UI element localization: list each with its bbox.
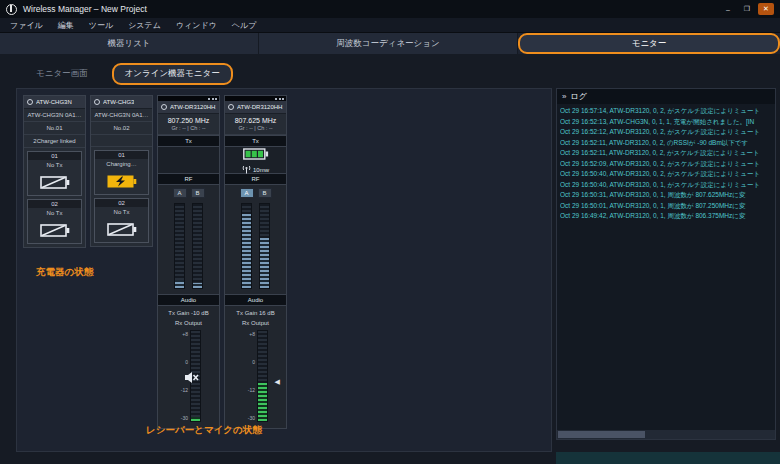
slot-status: No Tx (28, 208, 81, 217)
log-entry: Oct 29 16:57:14, ATW-DR3120, 0, 2, がスケルチ… (560, 106, 772, 117)
tx-battery-icon (243, 146, 269, 164)
tx-gain-label: Tx Gain -10 dB (158, 306, 219, 318)
rx-output-label: Rx Output (158, 318, 219, 330)
device-panel-receiver-2: ATW-DR3120HH1 807.625 MHz Gr : -- | Ch :… (224, 95, 287, 429)
charger-linked-status: 2Charger linked (24, 135, 85, 148)
chevron-icon: » (562, 92, 566, 101)
bottom-strip (556, 452, 780, 464)
device-panel-charger-2: ATW-CHG3 ATW-CHG3N 0A1… No.02 01 Chargin… (90, 95, 153, 247)
device-status-icon (161, 104, 167, 110)
menu-item-edit[interactable]: 編集 (58, 20, 74, 31)
log-entry: Oct 29 16:50:40, ATW-DR3120, 0, 2, がスケルチ… (560, 169, 772, 180)
slot-status: No Tx (95, 207, 148, 216)
menu-item-system[interactable]: システム (128, 20, 161, 31)
device-number: No.02 (91, 122, 152, 135)
antenna-a-button[interactable]: A (240, 188, 254, 198)
tx-section-body (158, 147, 219, 173)
rf-meter-b (259, 203, 270, 289)
charger-slot-1: 01 No Tx (27, 151, 82, 196)
log-entry: Oct 29 16:49:42, ATW-DR3120, 0, 1, 周波数が … (560, 211, 772, 222)
device-status-icon (27, 99, 33, 105)
device-panel-receiver-1: ATW-DR3120HH1 807.250 MHz Gr : -- | Ch :… (157, 95, 220, 429)
battery-empty-icon (28, 217, 81, 243)
minimize-button[interactable]: – (720, 3, 736, 15)
slot-label: 01 (28, 152, 81, 160)
annotation-charger-status: 充電器の状態 (36, 266, 93, 279)
group-channel-display: Gr : -- | Ch : -- (158, 125, 219, 135)
main-tab-bar: 機器リスト 周波数コーディネーション モニター (0, 33, 780, 54)
device-id: ATW-CHG3N 0A1… (91, 109, 152, 122)
rf-section-header: RF (225, 173, 286, 185)
subtab-online-device-monitor[interactable]: オンライン機器モニター (112, 63, 233, 85)
rx-output-label: Rx Output (225, 318, 286, 330)
menu-item-window[interactable]: ウィンドウ (176, 20, 217, 31)
rf-meters (225, 201, 286, 294)
log-entry: Oct 29 16:50:31, ATW-DR3120, 0, 1, 周波数が … (560, 190, 772, 201)
receiver-2-header[interactable]: ATW-DR3120HH1 (225, 101, 286, 114)
maximize-button[interactable]: ❐ (739, 3, 755, 15)
sub-tab-bar: モニター画面 オンライン機器モニター (28, 63, 233, 85)
window-title: Wireless Manager – New Project (23, 4, 147, 14)
monitor-workspace: ATW-CHG3N ATW-CHG3N 0A1… No.01 2Charger … (16, 88, 552, 452)
meter-scale: +8 0 -12 -30 (243, 330, 255, 422)
antenna-b-button[interactable]: B (258, 188, 272, 198)
rf-meter-a (174, 203, 185, 289)
audio-section-body: Tx Gain -10 dB Rx Output +8 0 -12 -30 (158, 306, 219, 428)
slot-label: 01 (95, 151, 148, 159)
device-status-icon (94, 99, 100, 105)
level-marker-icon[interactable]: ◀ (275, 378, 280, 385)
charger-2-header[interactable]: ATW-CHG3 (91, 96, 152, 109)
log-body: Oct 29 16:57:14, ATW-DR3120, 0, 2, がスケルチ… (557, 104, 775, 430)
audio-meter (257, 330, 268, 422)
antenna-buttons: A B (158, 185, 219, 201)
menu-item-tools[interactable]: ツール (89, 20, 113, 31)
charger-slot-2: 02 No Tx (27, 199, 82, 244)
device-name: ATW-CHG3 (103, 99, 134, 105)
app-logo-icon (6, 4, 17, 15)
charger-1-header[interactable]: ATW-CHG3N (24, 96, 85, 109)
subtab-monitor-screen[interactable]: モニター画面 (28, 65, 96, 83)
device-name: ATW-CHG3N (36, 99, 72, 105)
frequency-display: 807.250 MHz (158, 114, 219, 125)
antenna-buttons: A B (225, 185, 286, 201)
audio-section-header: Audio (158, 294, 219, 306)
battery-charging-icon (95, 168, 148, 194)
device-number: No.01 (24, 122, 85, 135)
log-horizontal-scrollbar[interactable] (557, 430, 775, 439)
antenna-b-button[interactable]: B (191, 188, 205, 198)
menu-item-file[interactable]: ファイル (10, 20, 43, 31)
menu-item-help[interactable]: ヘルプ (232, 20, 257, 31)
battery-empty-icon (28, 169, 81, 195)
audio-meter-area: +8 0 -12 -30 (158, 330, 219, 422)
device-name: ATW-DR3120HH1 (170, 104, 216, 110)
device-status-icon (228, 104, 234, 110)
frequency-display: 807.625 MHz (225, 114, 286, 125)
antenna-a-button[interactable]: A (173, 188, 187, 198)
mute-icon[interactable] (184, 370, 199, 388)
tab-monitor[interactable]: モニター (518, 33, 780, 54)
tx-gain-label: Tx Gain 16 dB (225, 306, 286, 318)
log-scrollbar-thumb[interactable] (558, 431, 645, 438)
log-entry: Oct 29 16:52:09, ATW-DR3120, 0, 2, がスケルチ… (560, 159, 772, 170)
audio-meter-area: +8 0 -12 -30 ◀ (225, 330, 286, 422)
device-name: ATW-DR3120HH1 (237, 104, 283, 110)
device-panels: ATW-CHG3N ATW-CHG3N 0A1… No.01 2Charger … (17, 89, 551, 429)
menu-bar: ファイル 編集 ツール システム ウィンドウ ヘルプ (0, 18, 780, 33)
tx-power-row: 10mw (242, 165, 269, 174)
rf-section-header: RF (158, 173, 219, 185)
rf-meters (158, 201, 219, 294)
log-entry: Oct 29 16:52:12, ATW-DR3120, 0, 2, がスケルチ… (560, 127, 772, 138)
slot-status: No Tx (28, 160, 81, 169)
close-button[interactable]: ✕ (758, 3, 774, 15)
charger-linked-status (91, 135, 152, 147)
rf-meter-a (241, 203, 252, 289)
tx-power-label: 10mw (253, 167, 269, 173)
tab-device-list[interactable]: 機器リスト (0, 33, 259, 54)
log-header[interactable]: » ログ (557, 89, 775, 104)
log-entry: Oct 29 16:50:40, ATW-DR3120, 0, 1, がスケルチ… (560, 180, 772, 191)
tab-frequency-coordination[interactable]: 周波数コーディネーション (259, 33, 518, 54)
receiver-1-header[interactable]: ATW-DR3120HH1 (158, 101, 219, 114)
window-controls: – ❐ ✕ (720, 3, 774, 15)
log-entry: Oct 29 16:52:11, ATW-DR3120, 0, 2, のRSSI… (560, 138, 772, 149)
title-bar: Wireless Manager – New Project – ❐ ✕ (0, 0, 780, 18)
